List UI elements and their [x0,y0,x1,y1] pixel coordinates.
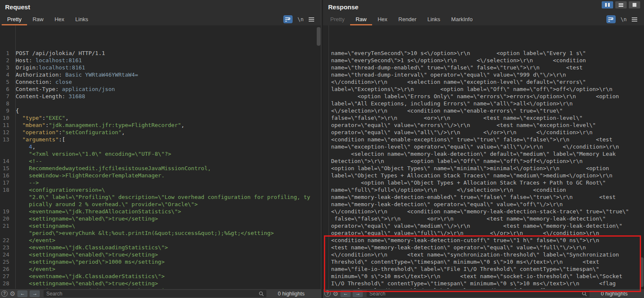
code-line: 20 <settingname=\"enabled\">true</settin… [0,215,321,222]
search-prev-button[interactable]: ← [340,290,351,297]
search-help-icon[interactable]: ? [1,290,8,297]
search-icon [582,291,587,296]
response-scrollbar-thumb[interactable] [640,257,644,287]
code-line: <\/condition>\r\n <condition name=\"memo… [323,208,644,215]
code-line: 15 Recommendedwaytoedit.jfcfilesistouseJ… [0,165,321,172]
tab-render[interactable]: Render [393,14,422,25]
code-line: "<?xml version=\"1.0\" encoding=\"UTF-8\… [0,150,321,157]
code-line: 22 </event> [0,237,321,244]
code-line: label=\"All Exceptions, including Errors… [323,100,644,107]
code-line: 10 "type":"EXEC", [0,114,321,121]
word-wrap-icon [285,17,290,22]
layout-single-button[interactable] [629,1,640,8]
code-line: name=\"thread-dump-enabled\" true=\"fals… [323,64,644,71]
code-line: name=\"exception-level\" operator=\"equa… [323,143,644,150]
request-panel-title: Request [5,3,30,11]
tab-raw[interactable]: Raw [27,14,49,25]
tab-links[interactable]: Links [422,14,446,25]
request-editor[interactable]: 1POST /api/jolokia/ HTTP/1.12Host: local… [0,25,321,289]
search-next-button[interactable]: → [30,290,40,297]
response-editor[interactable]: name=\"everyTenSecond\">10 s<\/option>\r… [323,25,644,289]
response-editor-toolbar: \n [606,15,637,23]
search-settings-gear-icon[interactable]: ⚙ [333,290,338,297]
layout-stacked-button[interactable] [615,1,627,8]
code-line: <condition name=\"memory-leak-detection-… [323,237,644,244]
request-scrollbar-thumb[interactable] [317,27,321,46]
response-panel: Response PrettyRawHexRenderLinksMarkInfo… [323,0,644,298]
gutter-separator [15,25,16,289]
editor-menu-button[interactable] [309,17,314,22]
editor-menu-button[interactable] [632,17,637,22]
code-line: name=\"thread-dump-interval\" operator=\… [323,71,644,78]
layout-side-by-side-button[interactable] [602,1,613,8]
tab-links[interactable]: Links [70,14,93,25]
tab-raw[interactable]: Raw [350,14,372,25]
response-code: name=\"everyTenSecond\">10 s<\/option>\r… [323,47,644,289]
code-line: name=\"file-io-threshold\" label=\"File … [323,265,644,273]
code-line: false=\"false\">\r\n <or>\r\n <test name… [323,114,644,121]
word-wrap-icon [608,17,614,22]
response-panel-title: Response [328,3,359,11]
code-line: 16 seeWindow->FlightRecorderTemplateMana… [0,172,321,179]
view-layout-buttons [602,1,640,8]
code-line: 8 [0,100,321,107]
tab-hex[interactable]: Hex [49,14,70,25]
search-icon [259,291,264,296]
code-line: <\/condition>\r\n <selection name=\"exce… [323,78,644,86]
tab-pretty[interactable]: Pretty [2,14,27,25]
code-line: 5Connection: close [0,78,321,86]
code-line: name=\"everySecond\">1 s<\/option>\r\n <… [323,57,644,64]
code-line: <test name=\"memory-leak-detection\" ope… [323,244,644,251]
code-line: "2.0\" label=\"Profiling\" description=\… [0,193,321,201]
code-line: Threshold\" contentType=\"timespan\" min… [323,258,644,265]
response-search-field [367,290,589,297]
code-line: 9{ [0,107,321,114]
code-line: 12 "operation":"setConfiguration", [0,129,321,136]
code-line: <\/condition>\r\n <text name=\"synchroni… [323,251,644,258]
request-search-field [44,290,266,297]
show-newlines-button[interactable]: \n [621,17,627,22]
code-line: "period\">everyChunk &lt;%out.printIn(&q… [0,229,321,237]
code-line: 19 <eventname=\"jdk.ThreadAllocationStat… [0,208,321,215]
tab-hex[interactable]: Hex [372,14,393,25]
code-line: name=\"memory-leak-detection\" operator=… [323,201,644,208]
show-newlines-button[interactable]: \n [298,17,304,22]
code-line: 24 <settingname=\"enabled\">true</settin… [0,251,321,258]
request-editor-toolbar: \n [283,15,314,23]
search-settings-gear-icon[interactable]: ⚙ [10,290,15,297]
code-line: name=\"full\">full<\/option>\r\n <\/sele… [323,186,644,193]
code-line: 14 <!-- [0,157,321,165]
code-line: <selection name=\"memory-leak-detection\… [323,150,644,157]
tab-pretty[interactable]: Pretty [325,14,350,25]
code-line: label=\"Exceptions\">\r\n <option label=… [323,86,644,93]
code-line: 13 "arguments":[ [0,136,321,143]
code-line: Detection\">\r\n <option label=\"Off\" n… [323,157,644,165]
code-line: pically around 2 % overhead.\" provider=… [0,201,321,208]
code-line: 18 <configurationversion=\ [0,186,321,193]
request-search-bar: ? ⚙ ← → 0 highlights [0,289,321,298]
search-prev-button[interactable]: ← [17,290,27,297]
code-line: 28 <settingname=\"enabled\">true</settin… [0,280,321,287]
word-wrap-button[interactable] [283,15,293,23]
word-wrap-button[interactable] [606,15,616,23]
code-line: 27 <eventname=\"jdk.ClassLoaderStatistic… [0,273,321,280]
code-line: operator=\"equal\" value=\"medium\"\/>\r… [323,222,644,229]
request-tabbar: PrettyRawHexLinks \n [0,14,321,25]
code-line: I\/O Threshold\" contentType=\"timespan\… [323,280,644,287]
search-help-icon[interactable]: ? [324,290,331,297]
code-line: <option label=\"Object Types\" name=\"mi… [323,165,644,172]
tab-markinfo[interactable]: MarkInfo [446,14,478,25]
code-line: 4, [0,143,321,150]
code-line: 25 <settingname=\"period\">1000 ms</sett… [0,258,321,265]
request-panel: Request PrettyRawHexLinks \n 1POST /api/… [0,0,321,298]
code-line: 3Origin:localhost:8161 [0,64,321,71]
search-next-button[interactable]: → [353,290,363,297]
code-line: label=\"Object Types + Allocation Stack … [323,172,644,179]
burp-message-editor: Request PrettyRawHexLinks \n 1POST /api/… [0,0,644,298]
response-search-bar: ? ⚙ ← → 0 highlights [323,289,644,298]
code-line: 1POST /api/jolokia/ HTTP/1.1 [0,50,321,57]
search-input[interactable] [46,291,259,297]
search-input[interactable] [369,291,582,297]
code-line: 2Host: localhost:8161 [0,57,321,64]
response-panel-header: Response [323,0,644,14]
